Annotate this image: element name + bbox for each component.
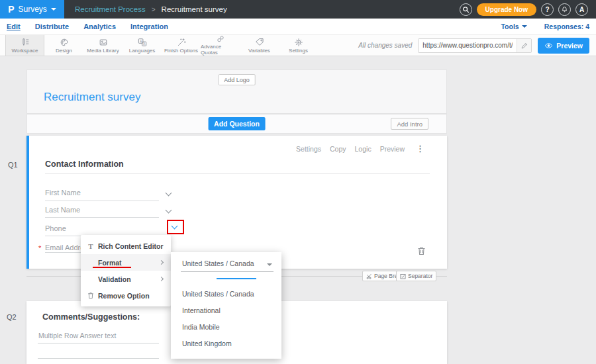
magic-wand-icon (177, 38, 186, 47)
breadcrumb-current: Recruitment survey (162, 5, 227, 13)
menu-item-label: Format (98, 259, 122, 267)
answer-underline (38, 358, 159, 359)
tools-dropdown[interactable]: Tools (501, 23, 526, 30)
separator-label: Separator (408, 273, 432, 279)
survey-title[interactable]: Recruitment survey (44, 91, 140, 104)
variables-tag-icon (255, 38, 264, 47)
avatar[interactable]: A (575, 3, 588, 16)
breadcrumb-parent[interactable]: Recruitment Process (75, 5, 146, 13)
design-palette-icon (60, 38, 69, 47)
media-library-icon (99, 38, 108, 47)
chevron-down-icon[interactable] (166, 190, 172, 197)
menu-item-label: Remove Option (98, 292, 150, 300)
chevron-down-icon[interactable] (172, 223, 178, 230)
toolbar-item-advance-quotas[interactable]: Advance Quotas (201, 35, 240, 56)
delete-option-button[interactable] (416, 246, 426, 257)
field-last-name[interactable]: Last Name (45, 206, 80, 214)
caret-down-icon (51, 8, 56, 11)
option-india-mobile[interactable]: India Mobile (182, 323, 220, 331)
search-button[interactable] (460, 3, 472, 16)
menu-item-validation[interactable]: Validation (81, 271, 171, 287)
toolbar-item-label: Advance Quotas (201, 44, 240, 56)
question1-text[interactable]: Contact Information (45, 159, 124, 169)
bell-icon (561, 6, 568, 13)
option-united-states-canada[interactable]: United States / Canada (182, 290, 254, 298)
trash-icon (86, 292, 95, 299)
question1-divider (45, 173, 430, 174)
question-copy-action[interactable]: Copy (330, 145, 346, 153)
notifications-button[interactable] (558, 3, 571, 16)
required-marker: * (38, 244, 41, 252)
help-button[interactable]: ? (541, 3, 554, 16)
question-settings-action[interactable]: Settings (296, 145, 321, 153)
toolbar-item-languages[interactable]: aA Languages (123, 35, 162, 56)
field-underline (45, 217, 159, 218)
option-united-kingdom[interactable]: United Kingdom (182, 340, 232, 347)
toolbar-item-workspace[interactable]: Workspace (5, 35, 44, 56)
survey-url-input[interactable] (419, 39, 517, 52)
field-phone[interactable]: Phone (45, 224, 66, 232)
vertical-ellipsis-icon[interactable]: ⋮ (416, 144, 424, 154)
select-underline (181, 271, 273, 272)
tab-distribute[interactable]: Distribute (35, 23, 69, 30)
toolbar-item-settings[interactable]: Settings (279, 35, 318, 56)
question1-action-bar: Settings Copy Logic Preview ⋮ (296, 144, 424, 154)
tab-analytics[interactable]: Analytics (83, 23, 116, 30)
trash-icon (417, 246, 426, 255)
option-international[interactable]: International (182, 306, 221, 314)
checkbox-icon (400, 273, 406, 279)
chevron-right-icon (159, 277, 164, 281)
field-first-name[interactable]: First Name (45, 189, 81, 197)
menu-item-rich-content-editor[interactable]: T Rich Content Editor (81, 238, 171, 254)
toolbar-item-variables[interactable]: Variables (240, 35, 279, 56)
tab-edit[interactable]: Edit (7, 23, 21, 30)
format-select-value[interactable]: United States / Canada (182, 259, 254, 267)
text-format-icon: T (86, 242, 95, 250)
toolbar-item-label: Settings (289, 48, 308, 54)
tools-label: Tools (501, 23, 519, 30)
chevron-down-icon[interactable] (166, 207, 172, 214)
toolbar-item-design[interactable]: Design (44, 35, 83, 56)
add-intro-button[interactable]: Add Intro (391, 118, 428, 130)
separator-button[interactable]: Separator (396, 271, 436, 281)
toolbar-item-finish-options[interactable]: Finish Options (162, 35, 201, 56)
pencil-icon (521, 42, 528, 49)
answer-underline (38, 343, 159, 343)
multirow-answer-placeholder[interactable]: Multiple Row Answer text (38, 332, 116, 340)
field-email-address[interactable]: Email Addre (45, 244, 84, 251)
search-icon (462, 6, 470, 13)
caret-down-icon (522, 25, 527, 28)
caret-down-icon[interactable] (267, 263, 272, 266)
workspace-icon (21, 38, 30, 47)
add-question-strip: Add Question Add Intro (26, 114, 447, 134)
responses-count[interactable]: Responses: 4 (544, 23, 589, 30)
add-question-button[interactable]: Add Question (208, 117, 266, 130)
question1-number-label: Q1 (8, 161, 18, 169)
question-logic-action[interactable]: Logic (355, 145, 372, 153)
breadcrumb: Recruitment Process > Recruitment survey (75, 5, 227, 13)
quotas-links-icon (216, 35, 225, 43)
preview-button[interactable]: Preview (538, 38, 589, 54)
section-tabs: Edit Distribute Analytics Integration (0, 23, 168, 30)
edit-url-button[interactable] (517, 38, 531, 53)
settings-gear-icon (294, 38, 303, 47)
upgrade-now-button[interactable]: Upgrade Now (477, 3, 536, 16)
editor-toolbar: Workspace Design Media Library aA Langua… (0, 34, 596, 56)
preview-label: Preview (556, 42, 583, 50)
surveys-product-menu[interactable]: P Surveys (0, 0, 64, 19)
tab-integration[interactable]: Integration (130, 23, 168, 30)
top-navbar: P Surveys Recruitment Process > Recruitm… (0, 0, 596, 19)
menu-item-remove-option[interactable]: Remove Option (81, 287, 171, 304)
languages-icon: aA (138, 38, 147, 47)
question-preview-action[interactable]: Preview (380, 145, 405, 153)
toolbar-item-label: Languages (129, 48, 156, 54)
add-logo-button[interactable]: Add Logo (218, 74, 256, 85)
format-submenu-panel: United States / Canada United States / C… (171, 252, 281, 359)
survey-header-section: Add Logo Recruitment survey (26, 69, 447, 114)
active-option-indicator (217, 278, 256, 279)
toolbar-item-label: Workspace (12, 48, 38, 54)
menu-item-format[interactable]: Format (81, 254, 171, 271)
toolbar-item-media-library[interactable]: Media Library (83, 35, 123, 56)
scissors-icon (366, 273, 372, 279)
question2-text[interactable]: Comments/Suggestions: (42, 312, 140, 322)
